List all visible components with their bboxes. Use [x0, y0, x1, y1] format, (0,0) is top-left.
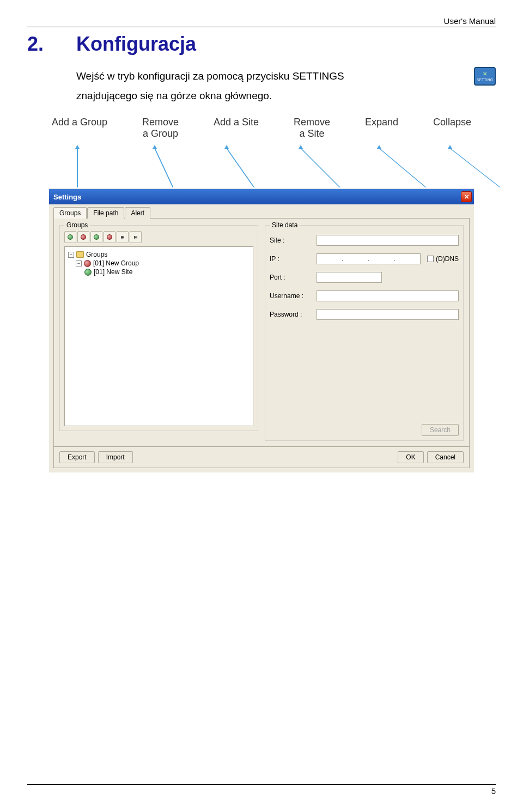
tree-root[interactable]: − Groups	[68, 250, 250, 259]
settings-diagram: Add a Group Remove a Group Add a Site Re…	[49, 117, 474, 472]
ddns-label: (D)DNS	[436, 255, 459, 263]
add-site-button[interactable]	[90, 231, 102, 243]
site-data-fieldset-title: Site data	[270, 221, 300, 229]
collapse-button[interactable]: ⊟	[130, 231, 142, 243]
tree-group[interactable]: − [01] New Group	[68, 259, 250, 268]
remove-group-button[interactable]	[77, 231, 89, 243]
ip-input[interactable]: ...	[317, 253, 421, 264]
body-paragraph: Wejść w tryb konfiguracji za pomocą przy…	[76, 66, 496, 106]
ok-button[interactable]: OK	[398, 451, 423, 463]
remove-site-button[interactable]	[104, 231, 115, 243]
group-icon	[84, 260, 91, 267]
body-line-1: Wejść w tryb konfiguracji za pomocą przy…	[76, 66, 344, 86]
password-input[interactable]	[317, 309, 459, 320]
window-titlebar: Settings ✕	[49, 189, 474, 204]
header-right: User's Manual	[27, 16, 496, 27]
ip-label: IP :	[270, 255, 313, 263]
settings-button-icon	[474, 67, 496, 86]
export-button[interactable]: Export	[59, 451, 95, 463]
groups-fieldset-title: Groups	[64, 221, 90, 229]
ddns-checkbox[interactable]	[427, 256, 434, 262]
callout-remove-site: Remove a Site	[294, 117, 330, 140]
callout-add-group: Add a Group	[52, 117, 107, 140]
groups-toolbar: ⊞ ⊟	[64, 231, 253, 243]
add-group-button[interactable]	[64, 231, 76, 243]
site-label: Site :	[270, 237, 313, 244]
username-input[interactable]	[317, 290, 459, 301]
port-label: Port :	[270, 274, 313, 281]
tab-alert[interactable]: Alert	[125, 207, 150, 219]
tab-strip: Groups File path Alert	[53, 207, 470, 218]
groups-tree[interactable]: − Groups − [01] New Group	[64, 246, 253, 426]
expand-button[interactable]: ⊞	[117, 231, 129, 243]
close-icon[interactable]: ✕	[461, 191, 472, 202]
site-data-fieldset: Site data Site : IP : ... (D)DNS	[265, 225, 464, 441]
page-number: 5	[27, 784, 496, 796]
callout-remove-group: Remove a Group	[142, 117, 179, 140]
window-title: Settings	[53, 193, 81, 201]
tree-site[interactable]: [01] New Site	[68, 268, 250, 276]
groups-fieldset: Groups ⊞ ⊟ −	[59, 225, 258, 431]
cancel-button[interactable]: Cancel	[427, 451, 464, 463]
body-line-2: znajdującego się na górze okna głównego.	[76, 86, 496, 106]
connector-lines	[49, 145, 474, 189]
tab-groups[interactable]: Groups	[53, 207, 87, 219]
import-button[interactable]: Import	[98, 451, 133, 463]
section-title: Konfiguracja	[76, 33, 196, 56]
section-number: 2.	[27, 33, 76, 56]
section-header: 2. Konfiguracja	[27, 33, 496, 56]
tab-filepath[interactable]: File path	[87, 207, 124, 219]
minus-icon[interactable]: −	[68, 252, 74, 258]
password-label: Password :	[270, 311, 313, 318]
callout-collapse: Collapse	[433, 117, 471, 140]
bottom-bar: Export Import OK Cancel	[53, 447, 470, 468]
search-button[interactable]: Search	[422, 424, 459, 436]
site-input[interactable]	[317, 235, 459, 246]
port-input[interactable]	[317, 272, 382, 283]
callout-expand: Expand	[365, 117, 398, 140]
folder-icon	[76, 251, 84, 258]
minus-icon[interactable]: −	[76, 260, 82, 266]
username-label: Username :	[270, 292, 313, 300]
site-icon	[84, 269, 92, 276]
settings-window: Settings ✕ Groups File path Alert Groups	[49, 189, 474, 472]
callout-add-site: Add a Site	[214, 117, 259, 140]
